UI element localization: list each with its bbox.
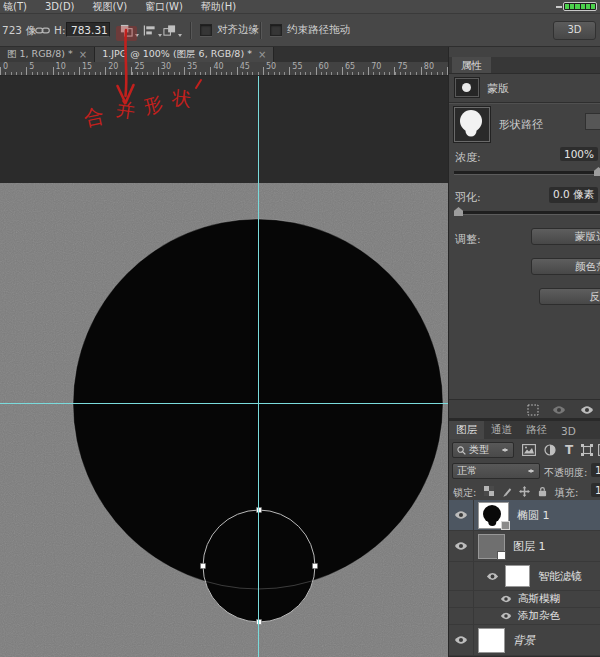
layer-name[interactable]: 图层 1 xyxy=(513,539,546,554)
menu-item-help[interactable]: 帮助(H) xyxy=(201,0,236,14)
constrain-path-drag-checkbox[interactable]: 约束路径拖动 xyxy=(270,23,350,37)
document-tabbar: 图 1, RGB/8) * × 1.JPG @ 100% (图层 6, RGB/… xyxy=(0,47,448,62)
anchor-point-left[interactable] xyxy=(201,564,206,569)
dropdown-arrows-icon xyxy=(528,466,535,476)
fill-value[interactable]: 100% xyxy=(591,483,600,497)
eye-icon[interactable] xyxy=(486,572,499,581)
lock-position-icon[interactable] xyxy=(516,484,532,498)
menu-bar: 镜(T) 3D(D) 视图(V) 窗口(W) 帮助(H) xyxy=(0,0,600,14)
tab-properties[interactable]: 属性 xyxy=(452,57,491,73)
load-selection-icon[interactable] xyxy=(527,404,539,416)
tab-channels[interactable]: 通道 xyxy=(484,421,519,439)
filter-type-layers-icon[interactable]: T xyxy=(561,443,577,457)
filter-name[interactable]: 添加杂色 xyxy=(518,609,560,623)
path-operations-button[interactable] xyxy=(116,21,137,40)
options-separator xyxy=(190,22,192,39)
divider xyxy=(449,102,600,104)
adjust-label: 调整: xyxy=(455,232,481,247)
shape-properties-button[interactable] xyxy=(585,113,600,130)
document-tab-1[interactable]: 图 1, RGB/8) * × xyxy=(0,47,95,62)
feather-slider-knob[interactable] xyxy=(454,207,463,216)
disable-mask-eye-icon[interactable] xyxy=(552,405,566,415)
checkbox-box[interactable] xyxy=(200,24,212,36)
properties-header: 属性 xyxy=(449,57,600,74)
align-edges-checkbox[interactable]: 对齐边缘 xyxy=(200,23,259,37)
eye-icon[interactable] xyxy=(500,612,512,620)
layer-name[interactable]: 背景 xyxy=(513,633,535,648)
lock-all-icon[interactable] xyxy=(534,484,550,498)
path-alignment-button[interactable] xyxy=(139,21,160,40)
density-slider[interactable] xyxy=(454,171,600,175)
layer-visibility-cell xyxy=(449,591,474,607)
layer-row-layer-1[interactable]: 图层 1 xyxy=(449,531,600,562)
constrain-path-drag-label: 约束路径拖动 xyxy=(287,23,350,37)
layer-row-gaussian-blur[interactable]: 高斯模糊 xyxy=(449,591,600,608)
mask-visibility-eye-icon[interactable] xyxy=(580,405,594,415)
layer-row-smart-filters[interactable]: 智能滤镜 xyxy=(449,562,600,591)
filter-shape-layers-icon[interactable] xyxy=(579,443,595,457)
width-value: 723 像 xyxy=(2,24,36,38)
document-tab-2[interactable]: 1.JPG @ 100% (图层 6, RGB/8) * × xyxy=(95,47,274,62)
blend-mode-dropdown[interactable]: 正常 xyxy=(452,463,540,479)
filter-name[interactable]: 高斯模糊 xyxy=(518,592,560,606)
opacity-value[interactable]: 100% xyxy=(591,463,600,477)
smart-filters-label[interactable]: 智能滤镜 xyxy=(538,569,582,584)
tab-3d[interactable]: 3D xyxy=(554,423,583,439)
density-value[interactable]: 100% xyxy=(560,147,598,161)
color-range-button[interactable]: 颜色范围 xyxy=(531,258,600,275)
mask-edge-button[interactable]: 蒙版边缘 xyxy=(531,228,600,245)
lock-transparency-icon[interactable] xyxy=(481,484,497,498)
fill-label: 填充: xyxy=(555,486,578,500)
close-tab-icon[interactable]: × xyxy=(258,49,266,60)
smart-filter-mask-thumbnail[interactable] xyxy=(505,565,530,587)
mask-thumbnail-icon[interactable] xyxy=(455,78,479,97)
menu-item-3d[interactable]: 3D(D) xyxy=(45,1,75,12)
layer-name[interactable]: 椭圆 1 xyxy=(517,508,550,523)
checkbox-box[interactable] xyxy=(270,24,282,36)
menu-item-window[interactable]: 窗口(W) xyxy=(145,0,183,14)
tab-layers[interactable]: 图层 xyxy=(449,421,484,439)
tab-paths[interactable]: 路径 xyxy=(519,421,554,439)
canvas-area[interactable] xyxy=(0,76,448,657)
layer-visibility-cell xyxy=(449,608,474,624)
canvas-svg xyxy=(0,76,448,657)
document-tab-1-title: 图 1, RGB/8) * xyxy=(7,48,73,61)
eye-icon[interactable] xyxy=(454,510,468,520)
layer-filter-type-dropdown[interactable]: 类型 xyxy=(452,442,514,458)
layer-visibility-cell[interactable] xyxy=(449,531,474,561)
eye-icon[interactable] xyxy=(500,595,512,603)
close-tab-icon[interactable]: × xyxy=(79,49,87,60)
3d-mode-button[interactable]: 3D xyxy=(553,21,596,40)
path-arrangement-button[interactable] xyxy=(159,21,180,40)
eye-icon[interactable] xyxy=(454,541,468,551)
layers-panel-tabs: 图层 通道 路径 3D xyxy=(449,421,600,439)
layer-visibility-cell[interactable] xyxy=(449,500,474,530)
opacity-label: 不透明度: xyxy=(544,466,587,480)
height-input[interactable]: 783.31 xyxy=(66,22,110,37)
shape-path-thumbnail[interactable] xyxy=(454,107,490,142)
vector-mask-badge-icon xyxy=(501,521,510,530)
menu-item-view[interactable]: 视图(V) xyxy=(93,0,128,14)
layer-row-add-noise[interactable]: 添加杂色 xyxy=(449,608,600,625)
link-dimensions-icon[interactable] xyxy=(35,26,50,35)
anchor-point-right[interactable] xyxy=(313,564,318,569)
dropdown-arrows-icon xyxy=(502,445,509,455)
layer-thumbnail[interactable] xyxy=(478,534,505,559)
invert-button[interactable]: 反相 xyxy=(539,288,600,305)
layer-visibility-cell[interactable] xyxy=(449,625,474,655)
layer-row-ellipse-1[interactable]: 椭圆 1 xyxy=(449,500,600,531)
eye-icon[interactable] xyxy=(454,635,468,645)
feather-slider[interactable] xyxy=(454,211,600,215)
path-operations-icon xyxy=(120,24,133,37)
layer-thumbnail[interactable] xyxy=(478,628,505,653)
filter-adjustment-layers-icon[interactable] xyxy=(542,443,558,457)
layer-row-background[interactable]: 背景 xyxy=(449,625,600,656)
lock-pixels-icon[interactable] xyxy=(499,484,515,498)
layer-thumbnail[interactable] xyxy=(478,502,509,529)
feather-value[interactable]: 0.0 像素 xyxy=(549,187,598,203)
filter-pixel-layers-icon[interactable] xyxy=(521,443,537,457)
right-panel: 属性 蒙版 形状路径 浓度: 100% 羽化: 0.0 像素 调整: 蒙版边缘 … xyxy=(448,47,600,657)
menu-item-filter[interactable]: 镜(T) xyxy=(3,0,27,14)
shape-path-label: 形状路径 xyxy=(499,117,543,132)
density-slider-knob[interactable] xyxy=(594,167,600,176)
